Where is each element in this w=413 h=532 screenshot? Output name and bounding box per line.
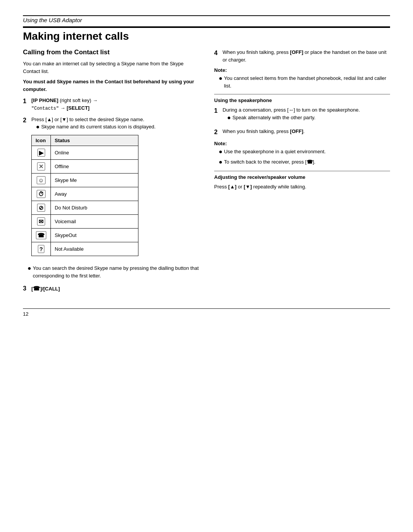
step-3-content: [☎]/[CALL]: [31, 284, 199, 293]
volume-heading: Adjusting the receiver/speaker volume: [214, 174, 390, 180]
table-icon-cell: ✕: [32, 160, 51, 174]
table-icon-cell: ☺: [32, 174, 51, 187]
step-1-content: [IP PHONE] (right soft key) → "Contacts"…: [31, 97, 199, 112]
bold-paragraph: You must add Skype names in the Contact …: [23, 78, 199, 93]
note-1-bullet-text: You cannot select items from the handset…: [224, 75, 390, 89]
table-header-icon: Icon: [32, 135, 51, 146]
page-footer: 12: [23, 308, 390, 317]
speakerphone-heading: Using the speakerphone: [214, 97, 390, 103]
bullet-dot-spkr1: ●: [227, 114, 231, 122]
step-4-number: 4: [214, 49, 223, 63]
main-rule: [23, 26, 390, 28]
spkr-step-2-content: When you finish talking, press [OFF].: [223, 128, 390, 137]
step-1-text-b: "Contacts" → [SELECT]: [31, 104, 199, 112]
spkr-step-2: 2 When you finish talking, press [OFF].: [214, 128, 390, 137]
table-icon-cell: ⊘: [32, 201, 51, 215]
bullet-dot-1: ●: [36, 123, 40, 131]
table-row: ☺ Skype Me: [32, 174, 138, 187]
table-status-cell: Offline: [51, 160, 138, 174]
page-top-rule: [23, 15, 390, 16]
spkr-step-1-bullet: ● Speak alternately with the other party…: [223, 114, 390, 122]
step-2-content: Press [▲] or [▼] to select the desired S…: [31, 116, 199, 261]
note-1: Note: ● You cannot select items from the…: [214, 67, 390, 89]
bullet-dot-search: ●: [28, 264, 31, 279]
step-4: 4 When you finish talking, press [OFF] o…: [214, 49, 390, 63]
step-2-number: 2: [23, 116, 31, 261]
step-4-content: When you finish talking, press [OFF] or …: [223, 49, 390, 63]
note-2-label: Note:: [214, 141, 390, 146]
table-status-cell: Not Available: [51, 242, 138, 256]
spkr-step-1-number: 1: [214, 106, 223, 124]
table-header-status: Status: [51, 135, 138, 146]
note-2-bullet-1-text: Use the speakerphone in a quiet environm…: [224, 148, 326, 156]
table-row: ? Not Available: [32, 242, 138, 256]
note-2-bullet-2: ● To switch back to the receiver, press …: [214, 158, 390, 166]
bullet-dot-note1: ●: [219, 75, 223, 89]
step-1: 1 [IP PHONE] (right soft key) → "Contact…: [23, 97, 199, 112]
note-1-label: Note:: [214, 67, 390, 73]
spkr-step-2-text: When you finish talking, press [OFF].: [223, 128, 305, 134]
left-column: Calling from the Contact list You can ma…: [23, 49, 199, 297]
step-1-number: 1: [23, 97, 31, 112]
step-2-text: Press [▲] or [▼] to select the desired S…: [31, 116, 199, 123]
step-4-text: When you finish talking, press [OFF] or …: [223, 49, 387, 63]
main-title: Making internet calls: [23, 30, 390, 42]
step-2-bullet: ● Skype name and its current status icon…: [31, 123, 199, 131]
table-icon-cell: ▶: [32, 146, 51, 160]
step-3-number: 3: [23, 284, 31, 293]
speakerphone-rule: [214, 94, 390, 94]
table-status-cell: Online: [51, 146, 138, 160]
step-1-text-a: [IP PHONE] (right soft key) →: [31, 97, 199, 104]
spkr-step-2-number: 2: [214, 128, 223, 137]
spkr-step-1-text: During a conversation, press [↔] to turn…: [223, 106, 390, 114]
table-row: ✉ Voicemail: [32, 215, 138, 229]
table-icon-cell: ?: [32, 242, 51, 256]
step-3: 3 [☎]/[CALL]: [23, 284, 199, 293]
intro-paragraph: You can make an internet call by selecti…: [23, 60, 199, 75]
table-row: ✕ Offline: [32, 160, 138, 174]
page-number: 12: [23, 311, 28, 317]
bullet-dot-note2a: ●: [219, 148, 223, 156]
section-header: Using the USB Adaptor: [23, 17, 390, 23]
right-column: 4 When you finish talking, press [OFF] o…: [214, 49, 390, 297]
table-row: ☎ SkypeOut: [32, 229, 138, 242]
spkr-step-1-bullet-text: Speak alternately with the other party.: [233, 114, 315, 122]
search-bullet: ● You can search the desired Skype name …: [23, 264, 199, 279]
table-icon-cell: ✉: [32, 215, 51, 229]
spkr-step-1: 1 During a conversation, press [↔] to tu…: [214, 106, 390, 124]
table-icon-cell: ⏱: [32, 187, 51, 201]
step-3-text: [☎]/[CALL]: [31, 286, 60, 292]
note-1-bullet: ● You cannot select items from the hands…: [214, 75, 390, 89]
table-row: ⊘ Do Not Disturb: [32, 201, 138, 215]
note-2: Note: ● Use the speakerphone in a quiet …: [214, 141, 390, 166]
table-status-cell: SkypeOut: [51, 229, 138, 242]
spkr-step-1-content: During a conversation, press [↔] to turn…: [223, 106, 390, 124]
status-table: Icon Status ▶ Online ✕ Offline ☺ Skype M…: [31, 135, 138, 256]
sub-heading-contact-list: Calling from the Contact list: [23, 49, 199, 56]
step-2-bullet-text: Skype name and its current status icon i…: [41, 123, 156, 131]
table-icon-cell: ☎: [32, 229, 51, 242]
step-2: 2 Press [▲] or [▼] to select the desired…: [23, 116, 199, 261]
table-status-cell: Skype Me: [51, 174, 138, 187]
note-2-bullet-2-text: To switch back to the receiver, press [☎…: [224, 158, 315, 166]
table-status-cell: Away: [51, 187, 138, 201]
note-2-bullet-1: ● Use the speakerphone in a quiet enviro…: [214, 148, 390, 156]
volume-text: Press [▲] or [▼] repeatedly while talkin…: [214, 183, 390, 191]
search-bullet-text: You can search the desired Skype name by…: [33, 264, 199, 279]
table-row: ⏱ Away: [32, 187, 138, 201]
table-status-cell: Do Not Disturb: [51, 201, 138, 215]
table-status-cell: Voicemail: [51, 215, 138, 229]
volume-rule: [214, 171, 390, 171]
table-row: ▶ Online: [32, 146, 138, 160]
bullet-dot-note2b: ●: [219, 158, 223, 166]
